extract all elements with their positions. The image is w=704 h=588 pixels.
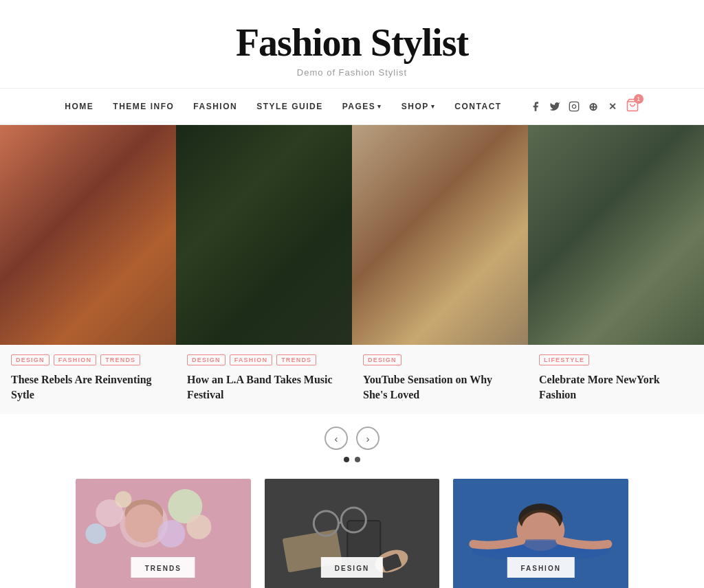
svg-point-50 [157, 520, 185, 547]
dot-1[interactable] [344, 457, 349, 462]
card-1-content: DESIGN FASHION TRENDS These Rebels Are R… [0, 345, 176, 414]
card-4: LIFESTYLE Celebrate More NewYork Fashion [528, 125, 704, 414]
card-1: DESIGN FASHION TRENDS These Rebels Are R… [0, 125, 176, 414]
facebook-icon[interactable] [529, 100, 542, 113]
card-2-content: DESIGN FASHION TRENDS How an L.A Band Ta… [176, 345, 352, 414]
svg-point-44 [124, 504, 163, 543]
svg-point-22 [245, 182, 283, 226]
instagram-icon[interactable] [568, 100, 580, 113]
svg-point-12 [71, 173, 105, 214]
svg-rect-25 [352, 125, 528, 345]
svg-rect-7 [0, 201, 82, 206]
svg-rect-3 [0, 125, 176, 345]
next-button[interactable]: › [356, 427, 380, 450]
card-image-4 [528, 125, 704, 345]
tag[interactable]: TRENDS [276, 354, 316, 365]
svg-point-35 [595, 170, 637, 218]
svg-point-40 [633, 241, 650, 257]
svg-rect-5 [0, 146, 82, 151]
thumb-card-3[interactable]: FASHION [453, 479, 628, 588]
svg-line-14 [52, 231, 69, 262]
svg-point-19 [236, 152, 292, 221]
svg-point-37 [597, 173, 635, 214]
svg-point-26 [418, 169, 462, 218]
svg-point-48 [85, 523, 106, 544]
thumb-card-1[interactable]: TRENDS [76, 479, 251, 588]
svg-point-29 [429, 249, 454, 269]
svg-rect-34 [528, 125, 704, 345]
tag[interactable]: TRENDS [100, 354, 140, 365]
card-2-title[interactable]: How an L.A Band Takes Music Festival [187, 372, 341, 402]
nav-pages[interactable]: PAGES ▾ [342, 102, 382, 111]
thumb-card-2[interactable]: DESIGN [265, 479, 440, 588]
twitter-icon[interactable] [549, 100, 561, 113]
svg-rect-11 [0, 310, 82, 316]
tag[interactable]: DESIGN [187, 354, 226, 365]
slider-controls: ‹ › [0, 414, 704, 479]
nav-fashion[interactable]: FASHION [193, 102, 237, 111]
svg-rect-33 [528, 125, 704, 345]
nav-shop[interactable]: SHOP ▾ [402, 102, 436, 111]
thumb-3-label-wrap: FASHION [507, 557, 574, 578]
svg-point-49 [115, 491, 131, 508]
site-tagline: Demo of Fashion Stylist [14, 67, 690, 78]
svg-point-47 [186, 514, 211, 539]
thumb-1-label: TRENDS [145, 565, 182, 572]
site-header: Fashion Stylist Demo of Fashion Stylist [0, 0, 704, 89]
svg-point-18 [240, 173, 288, 228]
svg-point-23 [254, 198, 261, 203]
svg-rect-0 [569, 102, 578, 111]
card-image-2 [176, 125, 352, 345]
thumbnails-section: TRENDS [0, 479, 704, 588]
tag[interactable]: FASHION [230, 354, 272, 365]
thumbnails-row: TRENDS [0, 479, 704, 588]
svg-point-28 [416, 250, 446, 275]
social-icons: ⊕ ✕ 1 [529, 98, 639, 115]
card-image-3 [352, 125, 528, 345]
card-3-title[interactable]: YouTube Sensation on Why She's Loved [363, 372, 517, 402]
svg-point-24 [267, 198, 274, 203]
svg-line-15 [107, 231, 120, 269]
dot-2[interactable] [355, 457, 360, 462]
prev-button[interactable]: ‹ [324, 427, 348, 450]
site-title: Fashion Stylist [14, 21, 690, 65]
cart-button[interactable]: 1 [626, 98, 639, 115]
card-2-tags: DESIGN FASHION TRENDS [187, 354, 341, 365]
thumb-2-label: DESIGN [335, 565, 369, 572]
card-3-content: DESIGN YouTube Sensation on Why She's Lo… [352, 345, 528, 414]
svg-line-57 [338, 522, 341, 523]
tag[interactable]: DESIGN [11, 354, 50, 365]
svg-rect-8 [0, 228, 82, 234]
svg-rect-16 [176, 125, 352, 345]
chevron-down-icon: ▾ [377, 103, 382, 110]
thumb-2-label-wrap: DESIGN [321, 557, 383, 578]
card-4-tags: LIFESTYLE [539, 354, 693, 365]
card-1-tags: DESIGN FASHION TRENDS [11, 354, 165, 365]
svg-rect-4 [0, 125, 82, 345]
svg-rect-6 [0, 173, 82, 179]
card-3-tags: DESIGN [363, 354, 517, 365]
cards-slider: DESIGN FASHION TRENDS These Rebels Are R… [0, 125, 704, 479]
nav-theme-info[interactable]: THEME INFO [113, 102, 174, 111]
cart-badge: 1 [634, 94, 644, 104]
tag[interactable]: LIFESTYLE [539, 354, 589, 365]
x-icon[interactable]: ✕ [606, 100, 619, 113]
svg-point-21 [272, 180, 297, 228]
card-4-title[interactable]: Celebrate More NewYork Fashion [539, 372, 693, 402]
pinterest-icon[interactable]: ⊕ [587, 100, 600, 113]
thumb-1-label-wrap: TRENDS [131, 557, 195, 578]
svg-point-20 [231, 180, 258, 235]
card-1-title[interactable]: These Rebels Are Reinventing Sytle [11, 372, 165, 402]
nav-contact[interactable]: CONTACT [454, 102, 501, 111]
svg-point-27 [416, 161, 464, 196]
svg-rect-17 [176, 125, 352, 345]
svg-point-36 [585, 152, 647, 207]
nav-style-guide[interactable]: STYLE GUIDE [256, 102, 323, 111]
svg-point-13 [76, 156, 117, 204]
card-image-1 [0, 125, 176, 345]
tag[interactable]: DESIGN [363, 354, 402, 365]
tag[interactable]: FASHION [54, 354, 96, 365]
card-3: DESIGN YouTube Sensation on Why She's Lo… [352, 125, 528, 414]
nav-home[interactable]: HOME [65, 102, 94, 111]
main-nav: HOME THEME INFO FASHION STYLE GUIDE PAGE… [0, 89, 704, 125]
